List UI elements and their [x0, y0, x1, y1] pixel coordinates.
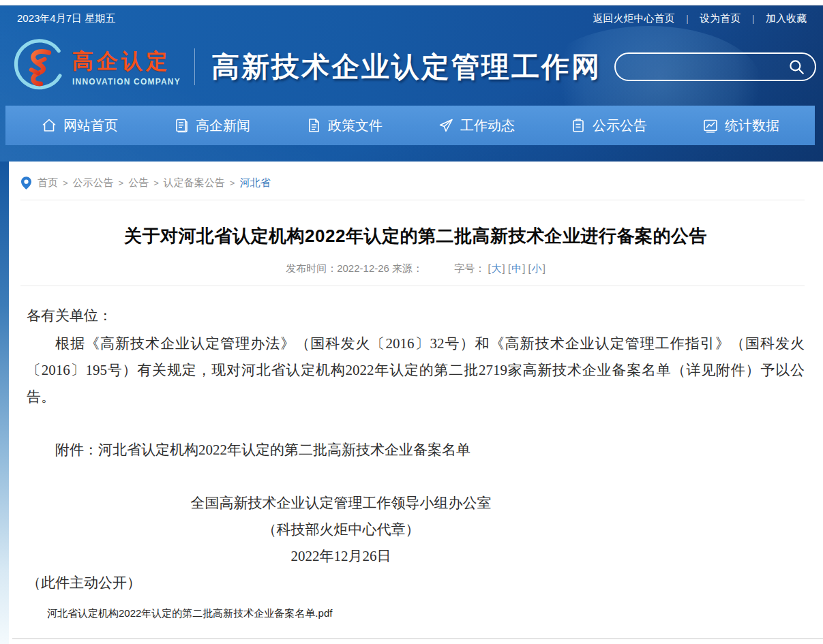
- link-separator: ｜: [749, 13, 758, 25]
- utility-topbar: 2023年4月7日 星期五 返回火炬中心首页 ｜ 设为首页 ｜ 加入收藏: [0, 5, 823, 32]
- fontsize-large-button[interactable]: [大]: [488, 262, 505, 274]
- bottom-divider: [12, 638, 823, 639]
- home-icon: [41, 117, 57, 134]
- sign-date: 2022年12月26日: [27, 543, 655, 570]
- logo-text: 高企认定 INNOVATION COMPANY: [72, 47, 181, 87]
- nav-label: 政策文件: [328, 117, 383, 135]
- fontsize-medium-button[interactable]: [中]: [508, 262, 525, 274]
- site-title: 高新技术企业认定管理工作网: [211, 48, 601, 86]
- divider: [20, 286, 805, 286]
- breadcrumb-separator: >: [153, 178, 159, 188]
- search-button[interactable]: [788, 58, 805, 76]
- nav-item-statistics[interactable]: 统计数据: [702, 117, 779, 135]
- logo-divider: [194, 48, 195, 85]
- attachment-pdf-link[interactable]: 河北省认定机构2022年认定的第二批高新技术企业备案名单.pdf: [47, 607, 332, 620]
- current-date: 2023年4月7日 星期五: [17, 12, 115, 25]
- nav-label: 工作动态: [460, 117, 515, 135]
- nav-item-updates[interactable]: 工作动态: [438, 117, 515, 135]
- disclosure-note: （此件主动公开）: [27, 570, 805, 596]
- search-box: [614, 52, 816, 81]
- fontsize-label: 字号：: [454, 262, 485, 274]
- search-icon: [788, 58, 805, 76]
- news-icon: [173, 117, 190, 134]
- nav-label: 网站首页: [63, 117, 118, 135]
- topbar-links: 返回火炬中心首页 ｜ 设为首页 ｜ 加入收藏: [593, 12, 807, 25]
- page-body: 首页 > 公示公告 > 公告 > 认定备案公告 > 河北省 关于对河北省认定机构…: [0, 162, 823, 644]
- breadcrumb-home[interactable]: 首页: [38, 177, 58, 189]
- link-set-homepage[interactable]: 设为首页: [700, 12, 740, 25]
- content-panel: 首页 > 公示公告 > 公告 > 认定备案公告 > 河北省 关于对河北省认定机构…: [9, 162, 823, 644]
- clipboard-icon: [570, 117, 586, 134]
- article-meta: 发布时间：2022-12-26 来源： 字号： [大] [中] [小]: [27, 262, 805, 275]
- site-header: 2023年4月7日 星期五 返回火炬中心首页 ｜ 设为首页 ｜ 加入收藏: [0, 5, 823, 162]
- divider: [20, 200, 805, 200]
- fontsize-small-label: 小: [532, 262, 542, 274]
- link-add-favorite[interactable]: 加入收藏: [766, 12, 807, 25]
- site-logo[interactable]: 高企认定 INNOVATION COMPANY: [10, 37, 181, 96]
- logo-title: 高企认定: [72, 47, 181, 76]
- nav-label: 高企新闻: [196, 117, 250, 135]
- attachment-reference: 附件：河北省认定机构2022年认定的第二批高新技术企业备案名单: [27, 437, 805, 463]
- policy-doc-icon: [305, 117, 322, 134]
- page: 2023年4月7日 星期五 返回火炬中心首页 ｜ 设为首页 ｜ 加入收藏: [0, 0, 823, 644]
- article-paragraph: 根据《高新技术企业认定管理办法》（国科发火〔2016〕32号）和《高新技术企业认…: [27, 331, 805, 410]
- paper-plane-icon: [438, 117, 454, 134]
- bracket: [: [488, 262, 490, 274]
- nav-label: 统计数据: [725, 117, 779, 135]
- header-bottom-band: [0, 145, 823, 162]
- bracket: ]: [503, 262, 505, 274]
- location-pin-icon: [21, 177, 31, 189]
- nav-label: 公示公告: [593, 117, 647, 135]
- breadcrumb-separator: >: [230, 178, 235, 188]
- bracket: [: [508, 262, 511, 274]
- breadcrumb: 首页 > 公示公告 > 公告 > 认定备案公告 > 河北省: [21, 162, 805, 189]
- breadcrumb-filing-notice[interactable]: 认定备案公告: [164, 177, 225, 189]
- breadcrumb-separator: >: [63, 178, 68, 188]
- signer-note: （科技部火炬中心代章）: [27, 517, 655, 543]
- nav-item-announcements[interactable]: 公示公告: [570, 117, 647, 135]
- link-return-torch-home[interactable]: 返回火炬中心首页: [593, 12, 675, 25]
- fontsize-large-label: 大: [492, 262, 502, 274]
- top-white-strip: [0, 0, 823, 5]
- banner: 高企认定 INNOVATION COMPANY 高新技术企业认定管理工作网: [0, 32, 823, 106]
- search-input[interactable]: [628, 61, 788, 73]
- signer-name: 全国高新技术企业认定管理工作领导小组办公室: [27, 490, 655, 517]
- article-body: 各有关单位： 根据《高新技术企业认定管理办法》（国科发火〔2016〕32号）和《…: [27, 303, 805, 596]
- bracket: ]: [522, 262, 525, 274]
- fontsize-medium-label: 中: [511, 262, 522, 274]
- nav-item-home[interactable]: 网站首页: [41, 117, 118, 135]
- breadcrumb-notice[interactable]: 公告: [128, 177, 149, 189]
- breadcrumb-current-hebei[interactable]: 河北省: [239, 177, 270, 189]
- chart-icon: [702, 117, 719, 134]
- bracket: ]: [543, 262, 545, 274]
- nav-item-policy[interactable]: 政策文件: [305, 117, 383, 135]
- logo-circle-icon: [10, 37, 68, 96]
- breadcrumb-separator: >: [119, 178, 124, 188]
- breadcrumb-announcements[interactable]: 公示公告: [73, 177, 114, 189]
- fontsize-small-button[interactable]: [小]: [528, 262, 545, 274]
- salutation: 各有关单位：: [27, 303, 805, 329]
- main-nav: 网站首页 高企新闻 政策文件: [5, 106, 815, 145]
- nav-item-news[interactable]: 高企新闻: [173, 117, 250, 135]
- publish-date: 2022-12-26: [337, 262, 389, 274]
- source-label: 来源：: [392, 262, 423, 274]
- publish-time-label: 发布时间：: [286, 262, 337, 274]
- link-separator: ｜: [683, 13, 692, 25]
- signature-block: 全国高新技术企业认定管理工作领导小组办公室 （科技部火炬中心代章） 2022年1…: [27, 490, 655, 570]
- logo-subtitle: INNOVATION COMPANY: [72, 77, 181, 87]
- left-gradient-stripe: [0, 162, 9, 644]
- article-title: 关于对河北省认定机构2022年认定的第二批高新技术企业进行备案的公告: [27, 224, 805, 248]
- bracket: [: [528, 262, 530, 274]
